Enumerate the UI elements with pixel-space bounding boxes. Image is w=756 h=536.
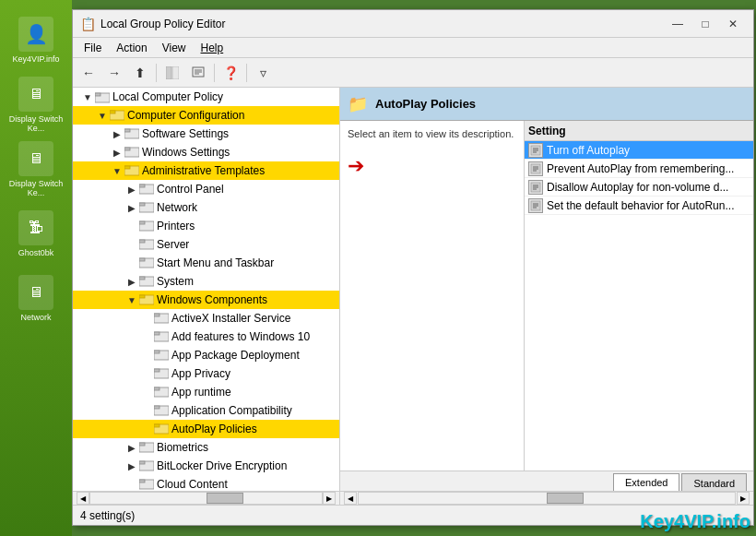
title-bar: 📋 Local Group Policy Editor — □ ✕ bbox=[73, 10, 753, 38]
tab-standard[interactable]: Standard bbox=[681, 473, 747, 491]
sidebar-icon-user-label: Key4VIP.info bbox=[13, 55, 60, 65]
sidebar-icon-display1[interactable]: 🖥 Display Switch Ke... bbox=[5, 74, 67, 137]
tree-item-admin-templates[interactable]: ▼ Administrative Templates bbox=[73, 161, 339, 180]
tree-expand-server bbox=[124, 235, 139, 254]
svg-rect-23 bbox=[139, 240, 145, 243]
svg-rect-49 bbox=[139, 480, 145, 482]
close-button[interactable]: ✕ bbox=[720, 14, 746, 34]
tree-label-start-menu: Start Menu and Taskbar bbox=[157, 256, 274, 269]
sidebar-icon-user[interactable]: 👤 Key4VIP.info bbox=[5, 9, 67, 72]
tree-item-start-menu[interactable]: Start Menu and Taskbar bbox=[73, 254, 339, 272]
tree-item-windows-components[interactable]: ▼ Windows Components bbox=[73, 291, 339, 309]
right-scrollbar-track[interactable] bbox=[358, 492, 736, 505]
settings-row-2[interactable]: Disallow Autoplay for non-volume d... bbox=[525, 178, 753, 197]
tree-item-bitlocker[interactable]: ▶ BitLocker Drive Encryption bbox=[73, 457, 339, 475]
settings-row-1[interactable]: Prevent AutoPlay from remembering... bbox=[525, 160, 753, 178]
settings-pane[interactable]: Setting Turn off Autoplay Prevent AutoPl… bbox=[525, 121, 753, 470]
toolbar-filter-button[interactable]: ▿ bbox=[251, 62, 275, 84]
menu-file[interactable]: File bbox=[77, 40, 109, 56]
menu-action[interactable]: Action bbox=[109, 40, 154, 56]
tree-expand-biometrics: ▶ bbox=[124, 438, 139, 457]
settings-row-3[interactable]: Set the default behavior for AutoRun... bbox=[525, 197, 753, 215]
tree-label-root: Local Computer Policy bbox=[112, 90, 223, 103]
tree-item-app-compat[interactable]: Application Compatibility bbox=[73, 401, 339, 420]
toolbar-properties-button[interactable] bbox=[186, 62, 210, 84]
tree-item-software-settings[interactable]: ▶ Software Settings bbox=[73, 125, 339, 143]
tree-item-autoplay[interactable]: AutoPlay Policies bbox=[73, 420, 339, 438]
tree-item-control-panel[interactable]: ▶ Control Panel bbox=[73, 180, 339, 198]
tree-item-computer-config[interactable]: ▼ Computer Configuration bbox=[73, 106, 339, 125]
tree-item-app-privacy[interactable]: App Privacy bbox=[73, 364, 339, 383]
svg-rect-35 bbox=[154, 351, 159, 353]
tree-folder-add-features-icon bbox=[154, 329, 169, 344]
right-panel-body: Select an item to view its description. … bbox=[340, 121, 753, 470]
right-scrollbar-thumb[interactable] bbox=[547, 493, 584, 504]
sidebar-icon-network-label: Network bbox=[20, 314, 51, 323]
tree-folder-control-panel-icon bbox=[139, 182, 154, 197]
tree-label-network: Network bbox=[157, 201, 197, 214]
tree-label-app-package: App Package Deployment bbox=[171, 349, 300, 362]
toolbar-back-button[interactable]: ← bbox=[77, 62, 100, 84]
tree-item-network[interactable]: ▶ Network bbox=[73, 198, 339, 217]
tree-item-app-runtime[interactable]: App runtime bbox=[73, 383, 339, 401]
toolbar-show-hide-button[interactable] bbox=[160, 62, 184, 84]
tree-scrollbar-thumb[interactable] bbox=[207, 493, 243, 504]
ghost-icon: 🗜 bbox=[18, 210, 53, 245]
settings-row-icon-0 bbox=[528, 143, 543, 158]
menu-bar: File Action View Help bbox=[73, 38, 753, 58]
tree-expand-windows-components: ▼ bbox=[124, 291, 139, 309]
tree-label-app-runtime: App runtime bbox=[171, 386, 231, 399]
settings-row-icon-1 bbox=[528, 161, 543, 176]
right-bottom-scroll[interactable]: ◀ ▶ bbox=[340, 492, 753, 505]
tree-expand-network: ▶ bbox=[124, 198, 139, 217]
tree-label-admin-templates: Administrative Templates bbox=[142, 164, 265, 177]
tree-item-server[interactable]: Server bbox=[73, 235, 339, 254]
tree-scrollbar-track[interactable] bbox=[89, 492, 323, 505]
toolbar-up-button[interactable]: ⬆ bbox=[128, 62, 152, 84]
minimize-button[interactable]: — bbox=[665, 14, 691, 34]
svg-rect-15 bbox=[124, 166, 130, 169]
tree-item-activex[interactable]: ActiveX Installer Service bbox=[73, 309, 339, 328]
tree-panel[interactable]: ▼ Local Computer Policy ▼ Computer Confi… bbox=[73, 88, 340, 491]
tab-extended[interactable]: Extended bbox=[613, 473, 679, 491]
tree-item-windows-settings[interactable]: ▶ Windows Settings bbox=[73, 143, 339, 161]
tree-item-app-package[interactable]: App Package Deployment bbox=[73, 346, 339, 364]
tree-scroll-left-btn[interactable]: ◀ bbox=[77, 492, 89, 505]
svg-rect-47 bbox=[139, 461, 145, 464]
main-window: 📋 Local Group Policy Editor — □ ✕ File A… bbox=[72, 9, 754, 526]
toolbar-help-button[interactable]: ❓ bbox=[219, 62, 242, 84]
toolbar-separator-3 bbox=[246, 64, 247, 82]
tree-bottom-scroll[interactable]: ◀ ▶ bbox=[73, 492, 340, 505]
sidebar-icon-network[interactable]: 🖥 Network bbox=[5, 268, 67, 330]
settings-header: Setting bbox=[525, 121, 753, 141]
red-arrow-icon: ➔ bbox=[348, 156, 364, 176]
tree-item-biometrics[interactable]: ▶ Biometrics bbox=[73, 438, 339, 457]
tree-item-system[interactable]: ▶ System bbox=[73, 272, 339, 291]
tree-item-add-features[interactable]: Add features to Windows 10 bbox=[73, 328, 339, 346]
right-panel-header: 📁 AutoPlay Policies bbox=[340, 88, 753, 121]
description-pane: Select an item to view its description. … bbox=[340, 121, 525, 470]
menu-view[interactable]: View bbox=[155, 40, 194, 56]
tree-folder-windows-settings-icon bbox=[124, 145, 139, 160]
toolbar-separator-1 bbox=[156, 64, 157, 82]
toolbar-forward-button[interactable]: → bbox=[102, 62, 126, 84]
settings-row-0[interactable]: Turn off Autoplay bbox=[525, 141, 753, 160]
sidebar-icon-display2[interactable]: 🖥 Display Switch Ke... bbox=[5, 138, 67, 201]
tree-folder-printers-icon bbox=[139, 219, 154, 233]
right-scroll-left-btn[interactable]: ◀ bbox=[344, 492, 357, 505]
tree-label-computer-config: Computer Configuration bbox=[127, 109, 244, 122]
tree-item-root[interactable]: ▼ Local Computer Policy bbox=[73, 88, 339, 106]
maximize-button[interactable]: □ bbox=[692, 14, 718, 34]
tree-expand-activex bbox=[139, 309, 154, 328]
tree-label-bitlocker: BitLocker Drive Encryption bbox=[157, 459, 287, 472]
right-scroll-right-btn[interactable]: ▶ bbox=[737, 492, 750, 505]
tree-scroll-right-btn[interactable]: ▶ bbox=[323, 492, 336, 505]
svg-rect-17 bbox=[139, 185, 145, 187]
tree-item-cloud-content[interactable]: Cloud Content bbox=[73, 475, 339, 491]
tree-folder-start-menu-icon bbox=[139, 256, 154, 270]
tree-item-printers[interactable]: Printers bbox=[73, 217, 339, 235]
menu-help[interactable]: Help bbox=[194, 40, 231, 56]
sidebar-icon-ghost[interactable]: 🗜 Ghost0bk bbox=[5, 203, 67, 266]
tree-label-app-privacy: App Privacy bbox=[171, 367, 230, 380]
tree-expand-autoplay bbox=[139, 420, 154, 438]
